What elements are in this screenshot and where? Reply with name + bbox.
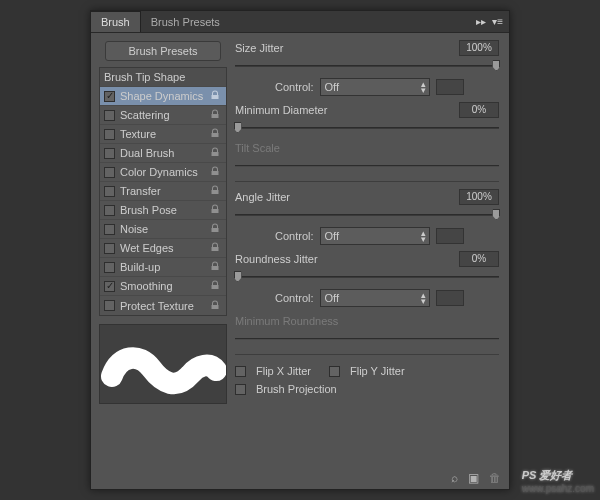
brush-panel: Brush Brush Presets ▸▸ ▾≡ Brush Presets … [90,10,510,490]
angle-jitter-label: Angle Jitter [235,191,453,203]
list-item-smoothing[interactable]: Smoothing [100,277,226,296]
list-item-dual-brush[interactable]: Dual Brush [100,144,226,163]
list-item-label: Scattering [120,109,210,121]
list-item-label: Brush Pose [120,204,210,216]
lock-icon[interactable] [210,280,222,292]
list-item-color-dynamics[interactable]: Color Dynamics [100,163,226,182]
list-item-texture[interactable]: Texture [100,125,226,144]
lock-icon[interactable] [210,223,222,235]
lock-icon[interactable] [210,204,222,216]
checkbox[interactable] [104,110,115,121]
size-control-extra[interactable] [436,79,464,95]
list-item-label: Color Dynamics [120,166,210,178]
control-label: Control: [275,292,314,304]
angle-control-extra[interactable] [436,228,464,244]
list-item-label: Dual Brush [120,147,210,159]
list-item-label: Smoothing [120,280,210,292]
checkbox[interactable] [104,91,115,102]
flip-x-checkbox[interactable]: Flip X Jitter [235,365,311,377]
roundness-jitter-label: Roundness Jitter [235,253,453,265]
list-item-build-up[interactable]: Build-up [100,258,226,277]
separator [235,354,499,355]
angle-jitter-row: Angle Jitter 100% [235,188,499,206]
lock-icon[interactable] [210,147,222,159]
watermark: PS 爱好者 www.psahz.com [522,465,594,494]
lock-icon[interactable] [210,242,222,254]
size-jitter-value[interactable]: 100% [459,40,499,56]
lock-icon[interactable] [210,166,222,178]
settings-column: Size Jitter 100% Control: Off▴▾ Minimum … [235,39,501,463]
brush-tip-shape-item[interactable]: Brush Tip Shape [100,68,226,87]
lock-icon[interactable] [210,261,222,273]
lock-icon[interactable] [210,185,222,197]
roundness-jitter-row: Roundness Jitter 0% [235,250,499,268]
min-diameter-value[interactable]: 0% [459,102,499,118]
list-item-protect-texture[interactable]: Protect Texture [100,296,226,315]
tab-bar: Brush Brush Presets ▸▸ ▾≡ [91,11,509,33]
list-item-label: Build-up [120,261,210,273]
size-jitter-slider[interactable] [235,59,499,73]
flip-y-checkbox[interactable]: Flip Y Jitter [329,365,405,377]
tab-brush-presets[interactable]: Brush Presets [141,12,230,32]
lock-icon[interactable] [210,109,222,121]
angle-control-select[interactable]: Off▴▾ [320,227,430,245]
list-item-label: Protect Texture [120,300,210,312]
list-item-label: Noise [120,223,210,235]
list-item-label: Transfer [120,185,210,197]
toggle-preview-icon[interactable]: ⌕ [451,471,458,485]
min-diameter-slider[interactable] [235,121,499,135]
chevron-updown-icon: ▴▾ [421,292,426,304]
chevron-updown-icon: ▴▾ [421,81,426,93]
list-item-transfer[interactable]: Transfer [100,182,226,201]
angle-jitter-value[interactable]: 100% [459,189,499,205]
lock-icon[interactable] [210,90,222,102]
chevron-updown-icon: ▴▾ [421,230,426,242]
size-control-select[interactable]: Off▴▾ [320,78,430,96]
checkbox[interactable] [104,205,115,216]
toggle-icon[interactable]: ▸▸ [476,16,486,27]
list-item-wet-edges[interactable]: Wet Edges [100,239,226,258]
min-roundness-row: Minimum Roundness [235,312,499,330]
checkbox[interactable] [104,186,115,197]
list-item-label: Shape Dynamics [120,90,210,102]
list-item-noise[interactable]: Noise [100,220,226,239]
checkbox[interactable] [104,262,115,273]
list-item-label: Brush Tip Shape [104,71,222,83]
min-roundness-slider [235,332,499,346]
trash-icon[interactable]: 🗑 [489,471,501,485]
checkbox[interactable] [104,243,115,254]
lock-icon[interactable] [210,128,222,140]
tilt-scale-label: Tilt Scale [235,142,453,154]
roundness-jitter-value[interactable]: 0% [459,251,499,267]
flip-y-label: Flip Y Jitter [350,365,405,377]
checkbox[interactable] [104,224,115,235]
size-jitter-label: Size Jitter [235,42,453,54]
roundness-control-extra[interactable] [436,290,464,306]
angle-jitter-slider[interactable] [235,208,499,222]
tilt-scale-slider [235,159,499,173]
list-item-scattering[interactable]: Scattering [100,106,226,125]
brush-preview [99,324,227,404]
brush-projection-label: Brush Projection [256,383,337,395]
list-item-brush-pose[interactable]: Brush Pose [100,201,226,220]
roundness-jitter-slider[interactable] [235,270,499,284]
tilt-scale-row: Tilt Scale [235,139,499,157]
checkbox[interactable] [104,300,115,311]
new-preset-icon[interactable]: ▣ [468,471,479,485]
panel-menu-icon[interactable]: ▾≡ [492,16,503,27]
checkbox[interactable] [104,281,115,292]
brush-presets-button[interactable]: Brush Presets [105,41,221,61]
control-label: Control: [275,230,314,242]
min-roundness-label: Minimum Roundness [235,315,453,327]
list-item-shape-dynamics[interactable]: Shape Dynamics [100,87,226,106]
roundness-control-select[interactable]: Off▴▾ [320,289,430,307]
checkbox[interactable] [104,167,115,178]
checkbox[interactable] [104,148,115,159]
brush-projection-checkbox[interactable]: Brush Projection [235,383,499,395]
checkbox[interactable] [104,129,115,140]
min-diameter-label: Minimum Diameter [235,104,453,116]
lock-icon[interactable] [210,300,222,312]
size-jitter-row: Size Jitter 100% [235,39,499,57]
list-item-label: Wet Edges [120,242,210,254]
tab-brush[interactable]: Brush [91,11,141,32]
